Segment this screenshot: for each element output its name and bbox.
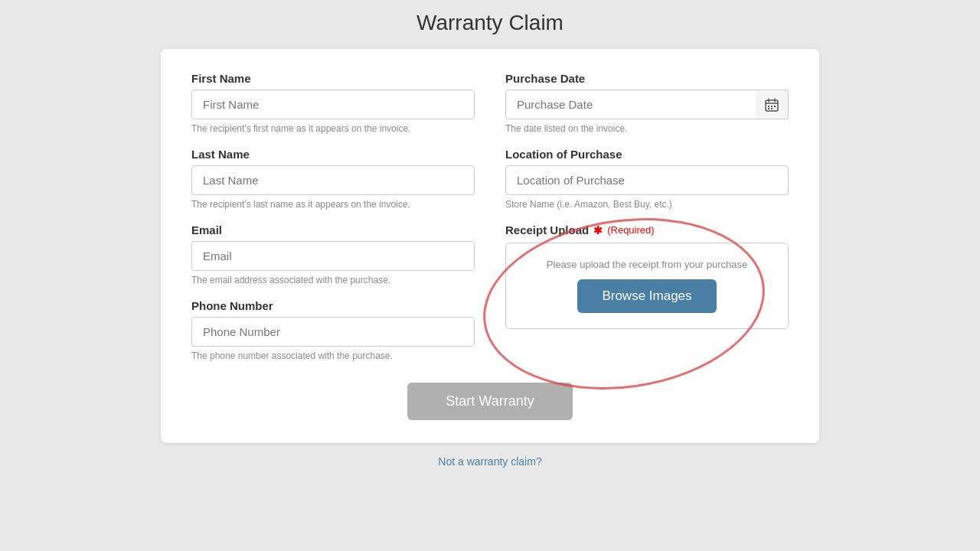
last-name-label: Last Name — [191, 148, 475, 161]
svg-rect-4 — [768, 106, 769, 107]
required-star: ✱ — [593, 224, 603, 236]
phone-number-hint: The phone number associated with the pur… — [191, 350, 475, 361]
receipt-label-row: Receipt Upload ✱ (Required) — [505, 223, 789, 236]
phone-number-input[interactable] — [191, 317, 475, 347]
phone-number-group: Phone Number The phone number associated… — [191, 299, 475, 361]
form-grid: First Name The recipient's first name as… — [191, 72, 789, 375]
first-name-group: First Name The recipient's first name as… — [191, 72, 475, 134]
submit-row: Start Warranty — [191, 383, 789, 420]
date-input-wrapper — [505, 90, 789, 119]
purchase-date-hint: The date listed on the invoice. — [505, 123, 789, 134]
page-title: Warranty Claim — [416, 11, 564, 35]
location-hint: Store Name (i.e. Amazon, Best Buy, etc.) — [505, 199, 789, 210]
last-name-hint: The recipient's last name as it appears … — [191, 199, 475, 210]
svg-rect-6 — [774, 106, 776, 107]
start-warranty-button[interactable]: Start Warranty — [407, 383, 572, 420]
receipt-upload-section: Receipt Upload ✱ (Required) Please uploa… — [505, 223, 789, 329]
receipt-upload-hint: Please upload the receipt from your purc… — [521, 259, 773, 270]
first-name-label: First Name — [191, 72, 475, 85]
phone-number-label: Phone Number — [191, 299, 475, 312]
purchase-date-input[interactable] — [505, 90, 756, 119]
right-column: Purchase Date — [505, 72, 789, 375]
receipt-box: Please upload the receipt from your purc… — [505, 243, 789, 329]
receipt-box-wrapper: Please upload the receipt from your purc… — [505, 243, 789, 329]
left-column: First Name The recipient's first name as… — [191, 72, 475, 375]
first-name-hint: The recipient's first name as it appears… — [191, 123, 475, 134]
not-warranty-link[interactable]: Not a warranty claim? — [438, 455, 541, 468]
email-group: Email The email address associated with … — [191, 223, 475, 285]
first-name-input[interactable] — [191, 90, 475, 119]
calendar-button[interactable] — [756, 90, 789, 119]
required-text: (Required) — [607, 224, 654, 236]
calendar-icon — [765, 98, 779, 112]
email-label: Email — [191, 223, 475, 236]
email-input[interactable] — [191, 241, 475, 271]
purchase-date-label: Purchase Date — [505, 72, 789, 85]
svg-rect-7 — [768, 108, 769, 109]
last-name-input[interactable] — [191, 165, 475, 195]
form-card: First Name The recipient's first name as… — [161, 49, 819, 443]
browse-images-button[interactable]: Browse Images — [577, 279, 716, 313]
receipt-upload-label: Receipt Upload — [505, 223, 589, 236]
location-group: Location of Purchase Store Name (i.e. Am… — [505, 148, 789, 210]
svg-rect-5 — [771, 106, 773, 107]
location-label: Location of Purchase — [505, 148, 789, 161]
location-input[interactable] — [505, 165, 789, 195]
email-hint: The email address associated with the pu… — [191, 275, 475, 285]
purchase-date-group: Purchase Date — [505, 72, 789, 134]
last-name-group: Last Name The recipient's last name as i… — [191, 148, 475, 210]
svg-rect-8 — [771, 108, 773, 109]
